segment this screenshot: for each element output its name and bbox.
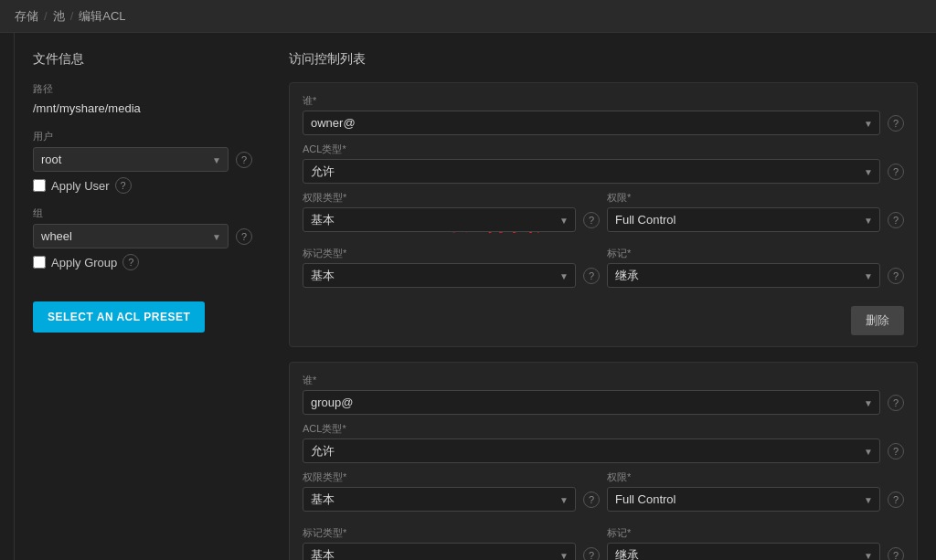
acl0-who-select-wrapper: owner@ ▼ (303, 111, 880, 135)
apply-user-checkbox[interactable] (33, 179, 46, 192)
acl0-perm-row: Full Control ▼ ? (607, 207, 904, 232)
acl1-perm-type-group: 权限类型* 基本 ▼ ? (303, 470, 600, 519)
acl0-flag-grid: 标记类型* 基本 ▼ ? 标记* (303, 247, 904, 295)
breadcrumb: 存储 / 池 / 编辑ACL (0, 0, 936, 33)
acl0-perm-select[interactable]: Full Control (607, 207, 880, 232)
acl1-perm-row: Full Control ▼ ? (607, 487, 904, 512)
acl1-flag-type-help-icon[interactable]: ? (583, 547, 600, 561)
acl0-perm-type-wrapper: 基本 ▼ (303, 207, 576, 232)
acl0-delete-button[interactable]: 删除 (851, 306, 904, 335)
group-field-group: 组 wheel ▼ ? Apply Group ? (33, 206, 252, 270)
group-help-icon[interactable]: ? (236, 228, 252, 245)
acl0-flag-wrapper: 继承 ▼ (607, 263, 880, 288)
acl0-perm-type-row: 基本 ▼ ? (303, 207, 600, 232)
breadcrumb-part-2: 池 (53, 8, 65, 25)
acl0-who-help-icon[interactable]: ? (888, 115, 904, 132)
acl1-who-help-icon[interactable]: ? (888, 395, 904, 411)
user-help-icon[interactable]: ? (236, 152, 252, 168)
user-select-wrapper: root ▼ (33, 147, 229, 172)
acl1-flag-type-label: 标记类型* (303, 526, 600, 540)
acl0-flag-label: 标记* (607, 247, 904, 260)
acl0-flag-type-select[interactable]: 基本 (303, 263, 576, 288)
acl1-flag-label: 标记* (607, 526, 904, 540)
user-select[interactable]: root (33, 147, 229, 172)
acl-panel: 访问控制列表 谁* owner@ ▼ ? (289, 51, 918, 542)
acl-title: 访问控制列表 (289, 51, 918, 68)
acl0-type-select[interactable]: 允许 (303, 159, 880, 184)
acl0-type-select-wrapper: 允许 ▼ (303, 159, 880, 184)
path-field-group: 路径 /mnt/myshare/media (33, 82, 252, 117)
acl-entry-0: 谁* owner@ ▼ ? ACL类型* (289, 82, 918, 347)
select-acl-preset-button[interactable]: SELECT AN ACL PRESET (33, 301, 205, 333)
acl0-flag-type-help-icon[interactable]: ? (583, 268, 600, 284)
acl0-type-help-icon[interactable]: ? (888, 164, 904, 180)
acl0-flag-type-row: 基本 ▼ ? (303, 263, 600, 288)
acl1-flag-type-select[interactable]: 基本 (303, 543, 576, 560)
group-select[interactable]: wheel (33, 224, 229, 248)
acl0-type-label: ACL类型* (303, 143, 904, 156)
acl1-perm-type-help-icon[interactable]: ? (583, 491, 600, 508)
path-value: /mnt/myshare/media (33, 100, 252, 117)
acl1-type-select[interactable]: 允许 (303, 438, 880, 463)
user-field-row: root ▼ ? (33, 147, 252, 172)
apply-group-checkbox[interactable] (33, 256, 46, 269)
acl1-flag-type-wrapper: 基本 ▼ (303, 543, 576, 560)
acl0-perm-group: 权限* Full Control ▼ ? (607, 191, 904, 239)
acl1-type-help-icon[interactable]: ? (888, 443, 904, 460)
group-field-row: wheel ▼ ? (33, 224, 252, 248)
acl0-perm-label: 权限* (607, 191, 904, 205)
acl1-who-group: 谁* group@ ▼ ? (303, 374, 904, 415)
acl1-who-select[interactable]: group@ (303, 390, 880, 415)
acl1-type-select-wrapper: 允许 ▼ (303, 438, 880, 463)
acl1-who-row: group@ ▼ ? (303, 390, 904, 415)
apply-group-help-icon[interactable]: ? (122, 254, 139, 270)
path-label: 路径 (33, 82, 252, 96)
content-area: 文件信息 路径 /mnt/myshare/media 用户 root ▼ ? (15, 33, 936, 560)
acl0-perm-type-group: 权限类型* 基本 ▼ ? (303, 191, 600, 239)
breadcrumb-part-1: 存储 (15, 8, 38, 25)
apply-group-label: Apply Group (51, 256, 117, 269)
acl1-flag-help-icon[interactable]: ? (888, 547, 904, 561)
acl1-perm-type-row: 基本 ▼ ? (303, 487, 600, 512)
acl1-perm-grid: 权限类型* 基本 ▼ ? 权限* (303, 470, 904, 519)
breadcrumb-part-3: 编辑ACL (79, 8, 125, 25)
acl1-flag-row: 继承 ▼ ? (607, 543, 904, 560)
acl1-perm-select[interactable]: Full Control (607, 487, 880, 512)
group-select-wrapper: wheel ▼ (33, 224, 229, 248)
acl1-perm-type-label: 权限类型* (303, 470, 600, 484)
acl-entry-1: 谁* group@ ▼ ? ACL类型* (289, 362, 918, 560)
acl1-who-select-wrapper: group@ ▼ (303, 390, 880, 415)
acl1-perm-wrapper: Full Control ▼ (607, 487, 880, 512)
breadcrumb-sep-1: / (44, 9, 48, 23)
acl1-flag-select[interactable]: 继承 (607, 543, 880, 560)
apply-group-row: Apply Group ? (33, 254, 252, 270)
acl0-flag-select[interactable]: 继承 (607, 263, 880, 288)
acl1-type-group: ACL类型* 允许 ▼ ? (303, 422, 904, 463)
file-info-panel: 文件信息 路径 /mnt/myshare/media 用户 root ▼ ? (33, 51, 252, 542)
acl0-who-label: 谁* (303, 94, 904, 108)
apply-user-help-icon[interactable]: ? (115, 177, 132, 194)
acl1-perm-help-icon[interactable]: ? (888, 491, 904, 508)
acl0-perm-type-select[interactable]: 基本 (303, 207, 576, 232)
acl0-who-group: 谁* owner@ ▼ ? (303, 94, 904, 135)
acl1-type-row: 允许 ▼ ? (303, 438, 904, 463)
acl0-flag-row: 继承 ▼ ? (607, 263, 904, 288)
sidebar (0, 33, 15, 560)
acl1-perm-group: 权限* Full Control ▼ ? (607, 470, 904, 519)
acl0-flag-group: 标记* 继承 ▼ ? (607, 247, 904, 295)
acl1-perm-type-wrapper: 基本 ▼ (303, 487, 576, 512)
apply-user-label: Apply User (51, 179, 110, 193)
breadcrumb-sep-2: / (70, 9, 74, 23)
acl0-flag-type-label: 标记类型* (303, 247, 600, 260)
acl1-who-label: 谁* (303, 374, 904, 387)
acl0-flag-help-icon[interactable]: ? (888, 268, 904, 284)
acl0-perm-help-icon[interactable]: ? (888, 212, 904, 228)
acl0-perm-wrapper: Full Control ▼ (607, 207, 880, 232)
acl0-perm-type-help-icon[interactable]: ? (583, 212, 600, 228)
acl0-flag-type-wrapper: 基本 ▼ (303, 263, 576, 288)
group-label: 组 (33, 206, 252, 220)
acl0-who-row: owner@ ▼ ? (303, 111, 904, 135)
file-info-title: 文件信息 (33, 51, 252, 68)
acl0-who-select[interactable]: owner@ (303, 111, 880, 135)
acl1-perm-type-select[interactable]: 基本 (303, 487, 576, 512)
